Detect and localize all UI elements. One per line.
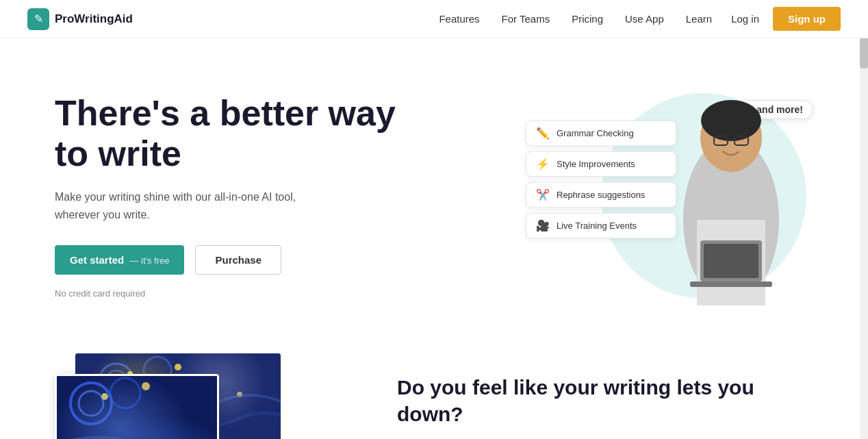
svg-point-15 [175,364,181,371]
nav-use-app[interactable]: Use App [625,13,664,25]
nav-learn[interactable]: Learn [686,13,712,25]
svg-rect-8 [704,244,758,278]
feature-card-training: 🎥 Live Training Events [526,213,676,238]
feature-cards: ✏️ Grammar Checking ⚡ Style Improvements… [526,121,676,238]
rephrase-label: Rephrase suggestions [557,190,645,200]
login-button[interactable]: Log in [723,9,767,29]
nav-brand[interactable]: ✎ ProWritingAid [27,8,133,30]
get-started-label: Get started [70,254,124,266]
brand-name: ProWritingAid [55,12,133,26]
purchase-button[interactable]: Purchase [195,245,281,275]
signup-button[interactable]: Sign up [773,7,841,31]
feature-card-style: ⚡ Style Improvements [526,151,676,177]
lower-title: Do you feel like your writing lets you d… [397,374,813,427]
nav-links: Features For Teams Pricing Use App Learn [439,13,712,25]
nav-features[interactable]: Features [439,13,479,25]
hero-section: There's a better way to write Make your … [0,38,868,340]
rephrase-icon: ✂️ [536,188,550,201]
style-icon: ⚡ [536,158,550,171]
svg-rect-20 [57,376,219,439]
hero-right: ✏️ Grammar Checking ⚡ Style Improvements… [526,79,813,312]
hero-left: There's a better way to write Make your … [55,93,411,299]
nav-pricing[interactable]: Pricing [572,13,603,25]
painting-front [55,374,219,439]
logo-icon: ✎ [27,8,49,30]
hero-note: No credit card required [55,288,411,299]
lower-right: Do you feel like your writing lets you d… [397,353,813,439]
painting-stack: My idea in my head [55,353,301,439]
hero-buttons: Get started — it's free Purchase [55,245,411,275]
hero-illustration: ✏️ Grammar Checking ⚡ Style Improvements… [526,79,813,312]
training-icon: 🎥 [536,219,550,232]
hero-subtitle: Make your writing shine with our all-in-… [55,188,315,223]
feature-card-rephrase: ✂️ Rephrase suggestions [526,182,676,208]
svg-point-17 [237,392,242,397]
lower-section: My idea in my head Do you feel like your… [0,340,868,439]
style-label: Style Improvements [557,159,635,169]
svg-rect-9 [690,281,772,287]
hero-person-svg [663,83,800,305]
svg-point-2 [701,100,761,141]
nav-for-teams[interactable]: For Teams [502,13,550,25]
training-label: Live Training Events [557,221,637,231]
hero-title: There's a better way to write [55,93,411,175]
svg-point-24 [101,393,108,400]
grammar-label: Grammar Checking [557,128,634,138]
svg-point-22 [79,391,103,416]
feature-card-grammar: ✏️ Grammar Checking [526,121,676,146]
navbar: ✎ ProWritingAid Features For Teams Prici… [0,0,868,38]
lower-left: My idea in my head [55,353,342,439]
grammar-icon: ✏️ [536,127,550,140]
get-started-suffix: — it's free [129,255,169,266]
page-scrollbar[interactable] [860,0,868,439]
get-started-button[interactable]: Get started — it's free [55,245,184,275]
svg-point-23 [110,378,140,408]
svg-point-25 [142,382,150,390]
svg-point-21 [71,383,112,424]
